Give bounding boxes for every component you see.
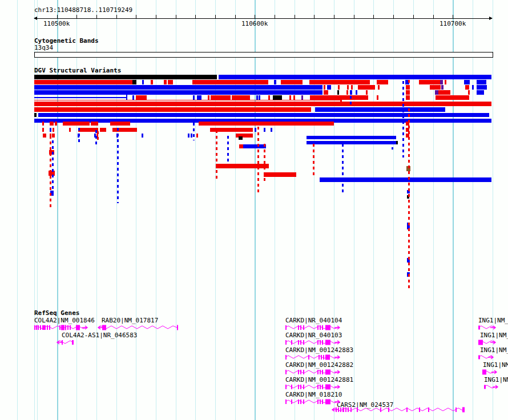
gene-model[interactable] <box>478 326 495 330</box>
gene-exon[interactable] <box>322 399 323 404</box>
gene-exon[interactable] <box>67 325 68 330</box>
gene-exon[interactable] <box>338 407 339 412</box>
gene-model[interactable] <box>285 340 340 345</box>
gene-exon[interactable] <box>478 356 480 360</box>
gene-exon[interactable] <box>336 407 337 412</box>
gene-exon[interactable] <box>47 325 48 330</box>
gene-exon[interactable] <box>291 385 292 389</box>
gene-exon[interactable] <box>36 325 37 330</box>
gene-exon[interactable] <box>318 355 320 360</box>
gene-exon[interactable] <box>308 355 309 360</box>
gene-exon[interactable] <box>345 407 346 412</box>
gene-model[interactable] <box>285 355 340 360</box>
gene-exon[interactable] <box>317 399 318 404</box>
gene-exon[interactable] <box>322 340 323 345</box>
gene-exon[interactable] <box>323 355 324 360</box>
gene-exon[interactable] <box>317 325 318 330</box>
gene-exon[interactable] <box>350 407 352 412</box>
gene-exon[interactable] <box>298 399 299 404</box>
gene-model[interactable] <box>285 399 340 405</box>
gene-exon[interactable] <box>320 370 321 374</box>
gene-exon[interactable] <box>298 385 299 389</box>
gene-exon[interactable] <box>388 407 389 412</box>
gene-model[interactable] <box>98 325 178 330</box>
gene-exon[interactable] <box>291 340 292 345</box>
gene-exon[interactable] <box>303 340 304 345</box>
gene-exon[interactable] <box>322 370 323 374</box>
gene-exon[interactable] <box>303 370 304 374</box>
gene-exon[interactable] <box>72 340 74 345</box>
gene-exon[interactable] <box>321 355 322 360</box>
gene-exon[interactable] <box>300 340 301 345</box>
gene-exon[interactable] <box>300 399 301 404</box>
gene-exon[interactable] <box>325 399 330 405</box>
gene-model[interactable] <box>482 370 497 375</box>
gene-exon[interactable] <box>317 370 318 374</box>
gene-exon[interactable] <box>325 355 330 360</box>
gene-exon[interactable] <box>380 407 381 412</box>
gene-exon[interactable] <box>285 340 287 345</box>
gene-exon[interactable] <box>285 355 287 360</box>
gene-exon[interactable] <box>325 325 330 330</box>
gene-exon[interactable] <box>340 407 341 412</box>
gene-exon[interactable] <box>298 340 299 345</box>
gene-exon[interactable] <box>300 385 301 389</box>
gene-exon[interactable] <box>285 399 287 404</box>
gene-model[interactable] <box>478 356 493 360</box>
gene-exon[interactable] <box>478 340 483 345</box>
gene-exon[interactable] <box>61 325 64 330</box>
gene-exon[interactable] <box>325 340 330 345</box>
gene-exon[interactable] <box>102 325 106 330</box>
gene-exon[interactable] <box>70 325 71 330</box>
gene-exon[interactable] <box>455 407 457 412</box>
gene-exon[interactable] <box>428 407 429 412</box>
gene-exon[interactable] <box>406 407 408 412</box>
gene-exon[interactable] <box>342 407 344 412</box>
gene-model[interactable] <box>34 325 87 330</box>
gene-exon[interactable] <box>320 325 321 330</box>
gene-exon[interactable] <box>303 385 304 389</box>
gene-exon[interactable] <box>317 385 318 389</box>
gene-exon[interactable] <box>320 385 321 389</box>
gene-exon[interactable] <box>462 407 465 413</box>
gene-exon[interactable] <box>34 325 35 330</box>
gene-exon[interactable] <box>320 340 321 345</box>
gene-model[interactable] <box>285 385 340 390</box>
gene-exon[interactable] <box>285 385 287 389</box>
gene-model[interactable] <box>484 385 498 389</box>
gene-exon[interactable] <box>49 325 50 330</box>
gene-exon[interactable] <box>298 370 299 374</box>
gene-exon[interactable] <box>325 385 330 390</box>
gene-exon[interactable] <box>291 399 292 404</box>
gene-model[interactable] <box>285 370 340 375</box>
gene-exon[interactable] <box>357 407 358 412</box>
gene-model[interactable] <box>332 407 465 413</box>
gene-exon[interactable] <box>317 340 318 345</box>
gene-exon[interactable] <box>298 325 299 330</box>
gene-exon[interactable] <box>419 407 420 412</box>
gene-model[interactable] <box>478 340 495 345</box>
gene-exon[interactable] <box>325 370 330 375</box>
gene-exon[interactable] <box>482 370 486 375</box>
gene-exon[interactable] <box>300 325 301 330</box>
gene-exon[interactable] <box>59 325 61 330</box>
gene-exon[interactable] <box>177 325 178 330</box>
gene-exon[interactable] <box>62 340 63 345</box>
gene-exon[interactable] <box>65 325 66 330</box>
gene-exon[interactable] <box>40 325 41 330</box>
gene-exon[interactable] <box>38 325 39 330</box>
gene-exon[interactable] <box>285 370 287 374</box>
gene-exon[interactable] <box>303 399 304 404</box>
gene-exon[interactable] <box>478 326 480 330</box>
gene-exon[interactable] <box>76 325 80 330</box>
gene-model[interactable] <box>57 340 74 345</box>
gene-exon[interactable] <box>484 385 486 389</box>
gene-exon[interactable] <box>42 325 46 330</box>
gene-exon[interactable] <box>285 325 287 330</box>
gene-exon[interactable] <box>322 325 323 330</box>
gene-exon[interactable] <box>348 407 349 412</box>
gene-exon[interactable] <box>300 370 301 374</box>
gene-exon[interactable] <box>320 399 321 404</box>
gene-model[interactable] <box>285 325 340 330</box>
gene-exon[interactable] <box>303 325 304 330</box>
